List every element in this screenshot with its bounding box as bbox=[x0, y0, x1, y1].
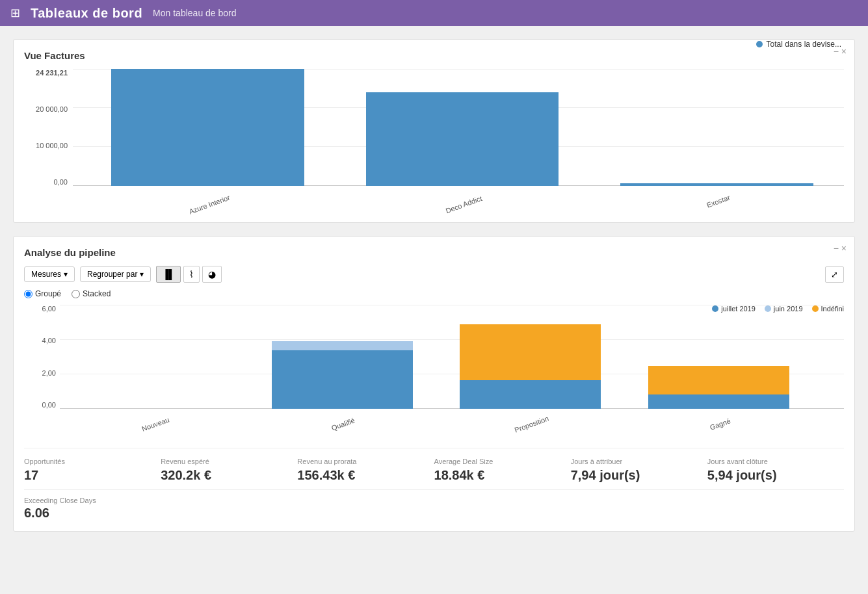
bar-label-exostar: Exostar bbox=[705, 194, 731, 209]
stat-jours-attribuer: Jours à attribuer 7,94 jour(s) bbox=[571, 458, 707, 483]
group-by-label: Regrouper par bbox=[87, 270, 137, 279]
stat-opportunites: Opportunités 17 bbox=[24, 458, 161, 483]
measures-chevron: ▾ bbox=[64, 270, 68, 279]
group-by-chevron: ▾ bbox=[140, 270, 144, 279]
app-title: Tableaux de bord bbox=[31, 6, 142, 21]
y-label-1: 0,00 bbox=[54, 178, 68, 186]
fullscreen-button[interactable]: ⤢ bbox=[825, 266, 844, 283]
dashboard-tab[interactable]: Mon tableau de bord bbox=[153, 8, 236, 18]
legend-dot-blue bbox=[756, 41, 763, 47]
bar-group-exostar: Exostar bbox=[620, 183, 813, 186]
chart1-legend-label: Total dans la devise... bbox=[767, 40, 841, 49]
card-vue-factures: Vue Factures − × Total dans la devise...… bbox=[13, 39, 855, 223]
chart-type-line[interactable]: ⌇ bbox=[183, 266, 200, 283]
bar2-proposition-orange bbox=[460, 324, 601, 380]
stat-label-jc: Jours avant clôture bbox=[707, 458, 836, 465]
exceeding-value: 6.06 bbox=[24, 506, 844, 521]
stat-label-re: Revenu espéré bbox=[161, 458, 289, 465]
grid-icon[interactable]: ⊞ bbox=[10, 6, 20, 20]
stat-value-jc: 5,94 jour(s) bbox=[707, 468, 836, 483]
card2-close[interactable]: − × bbox=[834, 243, 847, 253]
chart-type-bar[interactable]: ▐▌ bbox=[156, 266, 181, 283]
stat-label-ds: Average Deal Size bbox=[434, 458, 563, 465]
y2-label-1: 0,00 bbox=[42, 401, 56, 409]
grid2-line-top bbox=[60, 305, 844, 305]
chart1-area: 24 231,21 20 000,00 10 000,00 0,00 Azure… bbox=[24, 69, 844, 212]
grid2-line-mid1 bbox=[60, 339, 844, 340]
stat-revenu-prorata: Revenu au prorata 156.43k € bbox=[297, 458, 434, 483]
group-by-button[interactable]: Regrouper par ▾ bbox=[80, 266, 151, 282]
topnav: ⊞ Tableaux de bord Mon tableau de bord bbox=[0, 0, 868, 26]
stat-value-ds: 18.84k € bbox=[434, 468, 563, 483]
y2-label-2: 2,00 bbox=[42, 369, 56, 377]
radio-groupe-label: Groupé bbox=[35, 289, 61, 298]
bar2-gagne-orange bbox=[648, 366, 789, 394]
measures-button[interactable]: Mesures ▾ bbox=[24, 266, 75, 282]
exceeding-label: Exceeding Close Days bbox=[24, 497, 844, 504]
bar2-gagne-blue bbox=[648, 394, 789, 409]
stat-label-ja: Jours à attribuer bbox=[571, 458, 700, 465]
stat-value-re: 320.2k € bbox=[161, 468, 289, 483]
bar2-qualifie-blue bbox=[272, 350, 413, 409]
stat-revenu-espere: Revenu espéré 320.2k € bbox=[161, 458, 297, 483]
y2-label-4: 6,00 bbox=[42, 305, 56, 313]
stat-jours-cloture: Jours avant clôture 5,94 jour(s) bbox=[707, 458, 844, 483]
bar2-group-proposition: Proposition bbox=[460, 324, 601, 409]
stat-value-ja: 7,94 jour(s) bbox=[571, 468, 700, 483]
radio-groupe[interactable]: Groupé bbox=[24, 289, 61, 298]
bar-label-deco: Deco Addict bbox=[444, 194, 482, 214]
bar2-group-gagne: Gagné bbox=[648, 366, 789, 409]
chart1-plot: Azure Interior Deco Addict Exostar bbox=[73, 69, 844, 186]
y-label-2: 10 000,00 bbox=[36, 142, 68, 149]
stat-value-opp: 17 bbox=[24, 468, 153, 483]
card1-title: Vue Factures bbox=[24, 50, 844, 61]
chart-type-buttons: ▐▌ ⌇ ◕ bbox=[156, 266, 222, 283]
radio-groupe-input[interactable] bbox=[24, 290, 33, 298]
stat-value-rp: 156.43k € bbox=[297, 468, 426, 483]
measures-label: Mesures bbox=[31, 270, 61, 279]
stat-deal-size: Average Deal Size 18.84k € bbox=[434, 458, 571, 483]
stats-row: Opportunités 17 Revenu espéré 320.2k € R… bbox=[24, 448, 844, 483]
bar-azure bbox=[111, 69, 304, 186]
bar-group-deco: Deco Addict bbox=[366, 92, 559, 186]
bar-label-azure: Azure Interior bbox=[188, 194, 231, 216]
bar2-label-qualifie: Qualifié bbox=[331, 417, 356, 432]
chart1-yaxis: 24 231,21 20 000,00 10 000,00 0,00 bbox=[24, 69, 73, 186]
y2-label-3: 4,00 bbox=[42, 337, 56, 344]
radio-stacked-input[interactable] bbox=[72, 290, 80, 298]
chart2-yaxis: 6,00 4,00 2,00 0,00 bbox=[24, 305, 60, 409]
exceeding-section: Exceeding Close Days 6.06 bbox=[24, 489, 844, 521]
bar2-proposition-blue bbox=[460, 380, 601, 409]
bar2-qualifie-lightblue bbox=[272, 341, 413, 350]
bar-group-azure: Azure Interior bbox=[111, 69, 304, 186]
bar2-label-gagne: Gagné bbox=[709, 417, 731, 432]
bar2-proposition-stack bbox=[460, 324, 601, 409]
fullscreen-icon: ⤢ bbox=[831, 270, 838, 279]
bar2-gagne-stack bbox=[648, 366, 789, 409]
y-label-3: 20 000,00 bbox=[36, 105, 68, 113]
bar-deco bbox=[366, 92, 559, 186]
y-label-4: 24 231,21 bbox=[36, 69, 68, 77]
chart-type-pie[interactable]: ◕ bbox=[202, 266, 222, 283]
radio-stacked-label: Stacked bbox=[83, 289, 111, 298]
chart1-legend: Total dans la devise... bbox=[756, 40, 841, 49]
chart2-area: juillet 2019 juin 2019 Indéfini 6,00 4,0… bbox=[24, 305, 844, 435]
bar2-label-nouveau: Nouveau bbox=[140, 415, 170, 432]
card2-title: Analyse du pipeline bbox=[24, 247, 844, 258]
card-pipeline: Analyse du pipeline − × Mesures ▾ Regrou… bbox=[13, 236, 855, 532]
bar-exostar bbox=[620, 183, 813, 186]
main-content: Vue Factures − × Total dans la devise...… bbox=[0, 26, 868, 545]
stat-label-opp: Opportunités bbox=[24, 458, 153, 465]
stat-label-rp: Revenu au prorata bbox=[297, 458, 426, 465]
pipeline-controls: Mesures ▾ Regrouper par ▾ ▐▌ ⌇ ◕ ⤢ bbox=[24, 266, 844, 283]
bar2-label-proposition: Proposition bbox=[514, 415, 550, 434]
radio-group: Groupé Stacked bbox=[24, 289, 844, 298]
radio-stacked[interactable]: Stacked bbox=[72, 289, 111, 298]
chart2-plot: Nouveau Qualifié Proposition bbox=[60, 305, 844, 409]
bar2-group-qualifie: Qualifié bbox=[272, 341, 413, 409]
bar2-qualifie-stack bbox=[272, 341, 413, 409]
